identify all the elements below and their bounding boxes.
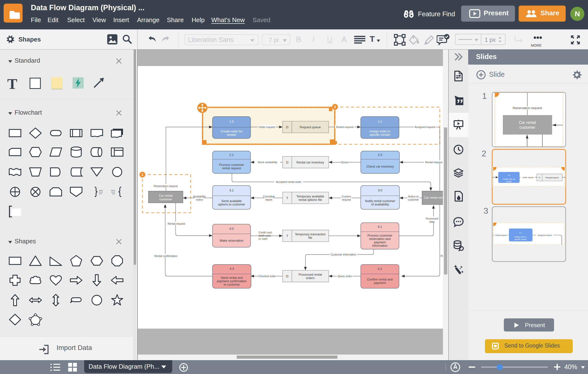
svg-text:3: 3 bbox=[334, 105, 336, 109]
svg-text:payment confirmation: payment confirmation bbox=[217, 279, 246, 283]
svg-text:Reservation request: Reservation request bbox=[513, 106, 542, 110]
svg-text:customer: customer bbox=[159, 198, 172, 201]
svg-text:Create order for: Create order for bbox=[220, 130, 242, 133]
svg-text:Send rental and: Send rental and bbox=[221, 276, 242, 280]
svg-text:1.0: 1.0 bbox=[230, 120, 234, 123]
svg-text:debit card,: debit card, bbox=[259, 234, 271, 237]
svg-text:4.2: 4.2 bbox=[378, 267, 382, 271]
svg-text:or cash: or cash bbox=[259, 237, 267, 240]
svg-text:Customer information: Customer information bbox=[331, 253, 356, 256]
svg-text:to customer: to customer bbox=[224, 283, 240, 286]
svg-text:4.1: 4.1 bbox=[378, 225, 382, 229]
svg-text:Temporary available: Temporary available bbox=[296, 195, 324, 198]
svg-text:T: T bbox=[286, 234, 288, 238]
svg-text:Query: Query bbox=[341, 161, 348, 164]
svg-text:vendor: vendor bbox=[227, 133, 237, 136]
svg-text:Process customer: Process customer bbox=[368, 234, 392, 237]
svg-text:report: report bbox=[265, 198, 273, 201]
svg-text:Order request: Order request bbox=[259, 126, 275, 129]
svg-text:Assigned request: Assigned request bbox=[538, 234, 552, 236]
svg-text:Reservation request: Reservation request bbox=[154, 185, 178, 187]
svg-text:file: file bbox=[308, 236, 312, 240]
svg-text:rental options file: rental options file bbox=[299, 198, 322, 202]
svg-text:request: request bbox=[342, 198, 351, 201]
svg-text:Request queue: Request queue bbox=[300, 125, 321, 129]
svg-text:Notice to: Notice to bbox=[408, 195, 419, 198]
svg-text:Create order for: Create order for bbox=[503, 178, 515, 180]
svg-text:2.0: 2.0 bbox=[378, 153, 382, 157]
svg-text:Notify rental customer: Notify rental customer bbox=[365, 199, 395, 203]
svg-text:Rental car inventory: Rental car inventory bbox=[296, 161, 324, 164]
svg-text:1: 1 bbox=[141, 173, 143, 176]
svg-text:D: D bbox=[286, 161, 288, 164]
svg-text:Assign order to: Assign order to bbox=[514, 236, 527, 238]
svg-text:Compiled: Compiled bbox=[263, 195, 274, 198]
svg-text:customer: customer bbox=[408, 198, 419, 201]
svg-text:Assign order to: Assign order to bbox=[369, 130, 390, 133]
svg-text:payment: payment bbox=[374, 281, 386, 285]
svg-text:of availability: of availability bbox=[371, 203, 389, 206]
svg-text:T: T bbox=[286, 196, 288, 200]
svg-text:notice: notice bbox=[196, 198, 203, 201]
svg-text:Order request: Order request bbox=[523, 176, 534, 178]
svg-text:D: D bbox=[286, 275, 288, 278]
svg-text:D: D bbox=[539, 176, 540, 179]
svg-text:Car rental vendor: Car rental vendor bbox=[424, 196, 443, 199]
svg-text:Checked order: Checked order bbox=[258, 275, 276, 278]
svg-text:Send available: Send available bbox=[221, 199, 242, 203]
svg-text:Processed: Processed bbox=[441, 254, 443, 257]
svg-text:2.1: 2.1 bbox=[230, 153, 234, 157]
svg-text:Sorted request: Sorted request bbox=[495, 234, 507, 236]
svg-text:Processed: Processed bbox=[426, 217, 438, 220]
svg-text:2: 2 bbox=[482, 149, 486, 158]
svg-text:Rental confirmation: Rental confirmation bbox=[155, 254, 178, 257]
svg-text:D: D bbox=[286, 125, 288, 129]
svg-text:Stock availability: Stock availability bbox=[258, 161, 277, 164]
svg-text:Process customer: Process customer bbox=[219, 163, 244, 167]
svg-text:Temporary transaction: Temporary transaction bbox=[295, 232, 326, 236]
svg-text:reservation and: reservation and bbox=[369, 237, 390, 241]
svg-text:Rental request: Rental request bbox=[425, 161, 442, 164]
svg-text:payment: payment bbox=[374, 241, 386, 244]
svg-text:data: data bbox=[429, 220, 435, 223]
svg-text:Car rental: Car rental bbox=[519, 121, 536, 125]
svg-text:options to customer: options to customer bbox=[218, 203, 245, 206]
svg-text:Query order: Query order bbox=[338, 275, 352, 278]
svg-text:1.0: 1.0 bbox=[507, 174, 510, 176]
svg-text:3.1: 3.1 bbox=[230, 188, 234, 192]
svg-text:1.1: 1.1 bbox=[519, 232, 522, 234]
svg-text:Make reservation: Make reservation bbox=[220, 239, 243, 242]
svg-text:1.1: 1.1 bbox=[378, 120, 382, 123]
svg-text:3.0: 3.0 bbox=[378, 188, 382, 192]
svg-text:Availability: Availability bbox=[193, 195, 206, 198]
svg-text:Custom: Custom bbox=[342, 195, 351, 198]
svg-text:Rental request: Rental request bbox=[168, 222, 185, 225]
svg-text:Sorted request: Sorted request bbox=[336, 126, 353, 129]
svg-text:Car rental: Car rental bbox=[159, 194, 172, 198]
svg-text:Assigned request: Assigned request bbox=[415, 126, 435, 129]
svg-text:vendor: vendor bbox=[506, 180, 512, 183]
svg-text:Credit card,: Credit card, bbox=[259, 231, 273, 234]
svg-text:Processed rental: Processed rental bbox=[299, 273, 322, 276]
svg-text:specific vendor: specific vendor bbox=[514, 238, 527, 241]
svg-text:Check car inventory: Check car inventory bbox=[366, 165, 394, 168]
svg-text:4.3: 4.3 bbox=[230, 267, 234, 271]
svg-text:Accepted rental order: Accepted rental order bbox=[276, 180, 302, 183]
svg-text:orders: orders bbox=[306, 276, 315, 280]
svg-text:1: 1 bbox=[482, 91, 487, 100]
svg-text:Confirm rental and: Confirm rental and bbox=[367, 278, 392, 281]
svg-text:information: information bbox=[372, 244, 387, 247]
svg-text:3: 3 bbox=[483, 206, 488, 215]
svg-text:specific vendor: specific vendor bbox=[369, 133, 390, 136]
svg-text:Request queue: Request queue bbox=[546, 176, 559, 179]
svg-text:4.0: 4.0 bbox=[230, 227, 234, 231]
svg-text:customer: customer bbox=[519, 125, 535, 130]
svg-text:rental request: rental request bbox=[222, 166, 241, 170]
